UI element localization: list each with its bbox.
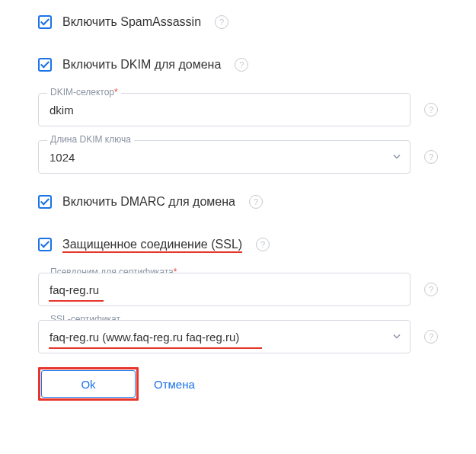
ssl-checkbox[interactable] (38, 238, 52, 251)
help-icon[interactable]: ? (215, 15, 228, 29)
help-icon[interactable]: ? (424, 330, 438, 344)
dkim-selector-label: DKIM-селектор* (47, 87, 121, 98)
help-icon[interactable]: ? (235, 58, 248, 72)
help-icon[interactable]: ? (424, 283, 438, 296)
ssl-label: Защищенное соединение (SSL) (62, 238, 242, 251)
dkim-selector-input[interactable] (38, 93, 411, 126)
dkim-keylen-label: Длина DKIM ключа (47, 134, 134, 145)
annotation-box: Ok (38, 367, 139, 401)
ssl-cert-group: SSL-сертификат ? (38, 320, 438, 353)
spamassassin-row: Включить SpamAssassin ? (38, 15, 438, 29)
dmarc-label: Включить DMARC для домена (62, 195, 235, 209)
ssl-alias-group: Псевдоним для сертификата* ? (38, 273, 438, 306)
dkim-checkbox[interactable] (38, 58, 52, 72)
footer-actions: Ok Отмена (38, 367, 438, 401)
help-icon[interactable]: ? (256, 238, 270, 251)
cancel-link[interactable]: Отмена (154, 378, 195, 391)
help-icon[interactable]: ? (249, 195, 263, 209)
ssl-row: Защищенное соединение (SSL) ? (38, 238, 438, 251)
help-icon[interactable]: ? (424, 150, 438, 164)
dkim-selector-group: DKIM-селектор* ? (38, 93, 438, 126)
spamassassin-label: Включить SpamAssassin (62, 15, 201, 29)
dmarc-checkbox[interactable] (38, 195, 52, 209)
annotation-underline (49, 347, 262, 349)
dmarc-row: Включить DMARC для домена ? (38, 195, 438, 209)
dkim-keylen-select[interactable] (38, 140, 411, 174)
dkim-label: Включить DKIM для домена (62, 58, 221, 72)
help-icon[interactable]: ? (424, 103, 438, 117)
annotation-underline (49, 300, 104, 302)
dkim-row: Включить DKIM для домена ? (38, 58, 438, 72)
ok-button[interactable]: Ok (41, 370, 136, 398)
spamassassin-checkbox[interactable] (38, 15, 52, 29)
dkim-keylen-group: Длина DKIM ключа ? (38, 140, 438, 174)
